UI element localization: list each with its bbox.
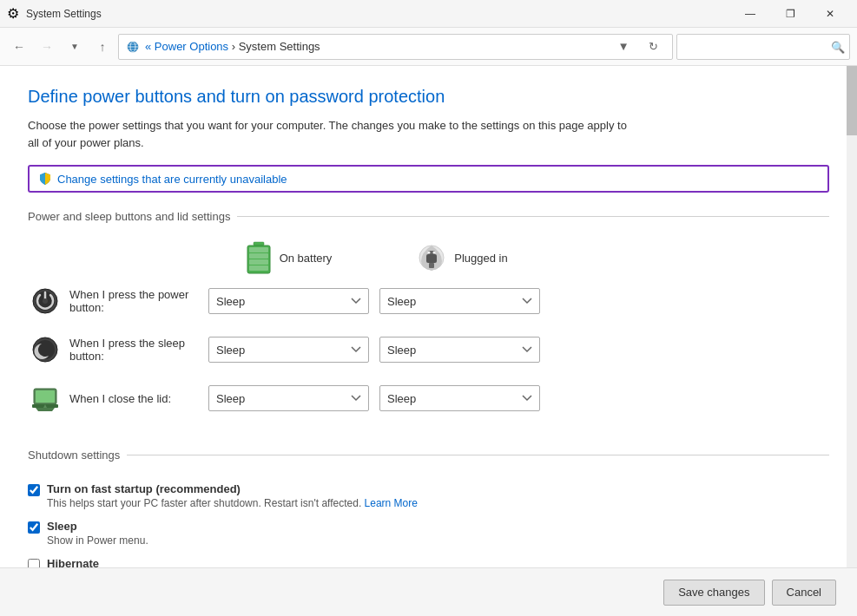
sleep-button-plugged-select[interactable]: Sleep Do nothing Hibernate Shut down Tur… — [379, 337, 540, 363]
app-icon: ⚙ — [7, 5, 19, 22]
shutdown-section-header: Shutdown settings — [28, 449, 829, 462]
svg-rect-10 — [249, 265, 268, 271]
fast-startup-title: Turn on fast startup (recommended) — [47, 482, 418, 495]
maximize-button[interactable]: ❐ — [770, 0, 810, 28]
sleep-button-dropdowns: Sleep Do nothing Hibernate Shut down Tur… — [208, 337, 540, 363]
lid-row: When I close the lid: Sleep Do nothing H… — [28, 379, 829, 417]
lid-battery-select[interactable]: Sleep Do nothing Hibernate Shut down — [208, 385, 369, 411]
power-sleep-section-label: Power and sleep buttons and lid settings — [28, 210, 230, 223]
lid-icon — [31, 384, 59, 412]
save-changes-button[interactable]: Save changes — [663, 580, 764, 606]
svg-point-15 — [428, 252, 431, 254]
breadcrumb-separator: › — [232, 40, 239, 53]
sleep-group: Sleep Show in Power menu. — [28, 520, 829, 547]
power-button-icon — [31, 287, 59, 315]
close-button[interactable]: ✕ — [810, 0, 850, 28]
search-wrapper: 🔍 — [676, 34, 850, 60]
sleep-button-icon — [31, 336, 59, 364]
lid-icon-wrapper — [28, 384, 63, 412]
power-button-label: When I press the power button: — [69, 288, 208, 314]
svg-point-16 — [433, 252, 436, 254]
sleep-title: Sleep — [47, 520, 148, 533]
lid-plugged-select[interactable]: Sleep Do nothing Hibernate Shut down — [379, 385, 540, 411]
learn-more-link[interactable]: Learn More — [365, 497, 418, 509]
breadcrumb-current: System Settings — [239, 40, 320, 53]
globe-icon — [126, 40, 140, 54]
sleep-content: Sleep Show in Power menu. — [47, 520, 148, 547]
pluggedin-icon — [416, 242, 447, 273]
battery-icon — [245, 240, 273, 275]
page-description: Choose the power settings that you want … — [28, 117, 636, 151]
pluggedin-column-header: Plugged in — [375, 242, 549, 273]
sleep-row: Sleep Show in Power menu. — [28, 520, 829, 547]
fast-startup-content: Turn on fast startup (recommended) This … — [47, 482, 418, 509]
power-button-dropdowns: Sleep Do nothing Hibernate Shut down Tur… — [208, 288, 540, 314]
fast-startup-desc: This helps start your PC faster after sh… — [47, 497, 418, 509]
power-icon-wrapper — [28, 287, 63, 315]
fast-startup-row: Turn on fast startup (recommended) This … — [28, 482, 829, 509]
address-dropdown-button[interactable]: ▼ — [611, 35, 636, 59]
svg-rect-14 — [429, 263, 434, 268]
back-button[interactable]: ← — [7, 35, 31, 59]
section-divider-line — [237, 216, 829, 217]
change-settings-label: Change settings that are currently unava… — [57, 173, 287, 186]
address-bar-input[interactable]: « Power Options › System Settings ▼ ↻ — [118, 34, 673, 60]
footer: Save changes Cancel — [0, 567, 857, 616]
sleep-button-row: When I press the sleep button: Sleep Do … — [28, 331, 829, 369]
search-icon: 🔍 — [831, 40, 845, 53]
up-button[interactable]: ↑ — [90, 35, 115, 59]
power-button-plugged-select[interactable]: Sleep Do nothing Hibernate Shut down Tur… — [379, 288, 540, 314]
sleep-desc: Show in Power menu. — [47, 534, 148, 547]
svg-rect-13 — [426, 254, 437, 263]
title-bar-left: ⚙ System Settings — [7, 5, 102, 22]
fast-startup-group: Turn on fast startup (recommended) This … — [28, 482, 829, 509]
power-button-row: When I press the power button: Sleep Do … — [28, 282, 829, 320]
uac-shield-icon — [38, 172, 52, 186]
shutdown-divider-line — [127, 455, 829, 455]
recent-button[interactable]: ▼ — [63, 35, 87, 59]
lid-label: When I close the lid: — [69, 392, 208, 405]
pluggedin-column-label: Plugged in — [454, 252, 507, 265]
breadcrumb-power-options[interactable]: « Power Options — [145, 40, 228, 53]
svg-rect-23 — [36, 390, 55, 403]
svg-rect-8 — [249, 253, 268, 259]
main-content: Define power buttons and turn on passwor… — [0, 66, 857, 616]
title-bar-controls: — ❐ ✕ — [730, 0, 850, 28]
breadcrumb: « Power Options › System Settings — [145, 40, 606, 53]
lid-dropdowns: Sleep Do nothing Hibernate Shut down Sle… — [208, 385, 540, 411]
sleep-button-label: When I press the sleep button: — [69, 337, 208, 363]
fast-startup-checkbox[interactable] — [28, 484, 40, 496]
cancel-button[interactable]: Cancel — [772, 580, 836, 606]
power-button-battery-select[interactable]: Sleep Do nothing Hibernate Shut down Tur… — [208, 288, 369, 314]
shutdown-section-label: Shutdown settings — [28, 449, 120, 462]
change-settings-button[interactable]: Change settings that are currently unava… — [28, 165, 829, 193]
scrollbar-thumb[interactable] — [847, 66, 857, 135]
minimize-button[interactable]: — — [730, 0, 770, 28]
search-input[interactable] — [676, 34, 850, 60]
svg-point-19 — [43, 298, 48, 304]
sleep-button-battery-select[interactable]: Sleep Do nothing Hibernate Shut down Tur… — [208, 337, 369, 363]
battery-column-label: On battery — [280, 252, 333, 265]
svg-rect-9 — [249, 259, 268, 265]
forward-button[interactable]: → — [35, 35, 59, 59]
address-bar: ← → ▼ ↑ « Power Options › System Setting… — [0, 28, 857, 66]
sleep-icon-wrapper — [28, 336, 63, 364]
settings-header-row: On battery Plugged in — [28, 240, 829, 275]
scrollbar-track[interactable] — [847, 66, 857, 616]
page-title: Define power buttons and turn on passwor… — [28, 87, 829, 107]
svg-rect-7 — [249, 247, 268, 252]
window-title: System Settings — [26, 8, 102, 20]
refresh-button[interactable]: ↻ — [641, 35, 665, 59]
sleep-checkbox[interactable] — [28, 521, 40, 534]
title-bar: ⚙ System Settings — ❐ ✕ — [0, 0, 857, 28]
svg-rect-5 — [254, 242, 264, 246]
power-sleep-section-header: Power and sleep buttons and lid settings — [28, 210, 829, 223]
battery-column-header: On battery — [201, 240, 375, 275]
settings-table: On battery Plugged in — [28, 240, 829, 428]
